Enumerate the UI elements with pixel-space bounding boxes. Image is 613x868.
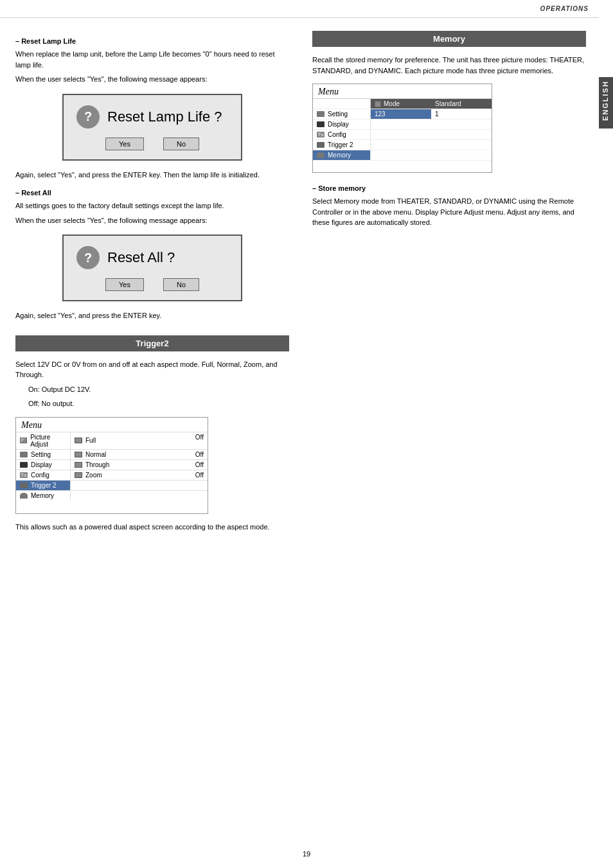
memory-left-trigger2: Trigger 2 [313,140,371,150]
trigger2-left-display: Display [16,460,71,470]
trigger2-onoff: On: Output DC 12V. Off: No output. [28,384,289,409]
full-icon [75,438,82,443]
page-number: 19 [303,850,310,858]
trigger2-zoom-item: Zoom [71,470,191,480]
dialog-reset-lamp: ? Reset Lamp Life ? Yes No [62,94,242,161]
memory-memory-icon [317,152,324,158]
trigger2-through-item: Through [71,460,191,470]
trigger2-after: This allows such as a powered dual aspec… [15,522,289,533]
memory-left-setting: Setting [313,109,371,119]
trigger2-menu-row-4: Trigger 2 [16,480,208,490]
trigger2-right-zoom: Zoom Off [71,470,208,480]
no-button-2[interactable]: No [163,278,199,291]
header-decoration [533,0,585,18]
trigger-icon [20,483,28,488]
store-memory-section: – Store memory Select Memory mode from T… [312,184,586,228]
trigger2-menu-row-1: Setting Normal Off [16,449,208,459]
reset-all-after: Again, select "Yes", and press the ENTER… [15,310,289,321]
store-memory-heading: – Store memory [312,184,586,192]
trigger2-left-picture-adjust: Picture Adjust [16,432,71,449]
reset-all-heading: – Reset All [15,189,289,197]
store-memory-para: Select Memory mode from THEATER, STANDAR… [312,196,586,228]
trigger2-normal-value: Off [191,450,208,459]
memory-menu-header-cols: Mode Standard [371,99,492,109]
memory-display-icon [317,121,324,127]
trigger2-left-config: Tx Config [16,470,71,480]
page: OPERATIONS ENGLISH – Reset Lamp Life Whe… [0,0,613,868]
memory-menu-title: Menu [313,84,492,99]
memory-menu-row-setting: Setting 123 1 [313,109,492,120]
dialog-reset-all-buttons: Yes No [76,278,228,291]
trigger2-left-setting: Setting [16,450,71,459]
trigger2-menu: Menu Picture Adjust Full Off [15,417,208,514]
trigger2-menu-spacer [16,500,208,513]
yes-button[interactable]: Yes [105,137,144,150]
dialog-reset-lamp-buttons: Yes No [76,137,228,150]
trigger2-section: Trigger2 Select 12V DC or 0V from on and… [15,335,289,533]
memory-menu-header-row: Mode Standard [313,99,492,109]
reset-lamp-section: – Reset Lamp Life When replace the lamp … [15,37,289,180]
memory-menu-row-memory: Memory [313,150,492,161]
memory-menu-row-trigger2: Trigger 2 [313,140,492,150]
left-column: – Reset Lamp Life When replace the lamp … [0,18,302,868]
dialog-reset-all: ? Reset All ? Yes No [62,235,242,301]
memory-para: Recall the stored memory for preference.… [312,55,586,76]
memory-section: Memory Recall the stored memory for pref… [312,31,586,228]
trigger2-right-full: Full Off [71,432,208,449]
trigger2-zoom-value: Off [191,470,208,480]
reset-lamp-para1: When replace the lamp unit, before the L… [15,49,289,70]
english-tab: ENGLISH [599,77,613,128]
display-icon [20,462,28,468]
yes-button-2[interactable]: Yes [105,278,144,291]
trigger2-menu-row-2: Display Through Off [16,459,208,470]
no-button[interactable]: No [163,137,199,150]
trigger2-right-normal: Normal Off [71,450,208,459]
mode-icon [375,101,381,107]
trigger2-through-value: Off [191,460,208,470]
trigger2-normal-item: Normal [71,450,191,459]
question-icon: ? [76,105,100,128]
trigger2-left-trigger2: Trigger 2 [16,481,71,490]
memory-col-mode: Mode [371,99,431,109]
reset-lamp-after: Again, select "Yes", and press the ENTER… [15,170,289,181]
header-bar: OPERATIONS [0,0,599,18]
trigger2-menu-row-5: Memory [16,490,208,500]
through-icon [75,462,82,468]
reset-all-para2: When the user selects "Yes", the followi… [15,215,289,226]
main-content: – Reset Lamp Life When replace the lamp … [0,18,599,868]
memory-config-icon: Tx [317,132,324,137]
dialog-reset-lamp-title: ? Reset Lamp Life ? [76,105,228,128]
memory-left-memory: Memory [313,150,371,160]
trigger2-right-through: Through Off [71,460,208,470]
trigger2-full-item: Full [71,432,191,449]
memory-trigger-icon [317,142,324,148]
reset-all-section: – Reset All All settings goes to the fac… [15,189,289,321]
memory-menu-row-config: Tx Config [313,130,492,140]
memory-menu: Menu Mode Standard [312,84,492,173]
memory-icon [20,493,28,499]
trigger2-para1: Select 12V DC or 0V from on and off at e… [15,359,289,380]
memory-col-standard: Standard [431,99,492,109]
memory-left-display: Display [313,120,371,129]
reset-lamp-heading: – Reset Lamp Life [15,37,289,45]
dialog-reset-all-title: ? Reset All ? [76,246,228,269]
reset-all-para1: All settings goes to the factory default… [15,200,289,211]
trigger2-section-header: Trigger2 [15,335,289,351]
config-icon: Tx [20,472,28,478]
memory-setting-standard-cell: 1 [431,109,492,119]
memory-menu-row-display: Display [313,120,492,130]
trigger2-left-memory: Memory [16,491,71,500]
right-column: Memory Recall the stored memory for pref… [302,18,599,868]
trigger2-full-value: Off [191,432,208,449]
reset-lamp-para2: When the user selects "Yes", the followi… [15,74,289,85]
picture-adjust-icon [20,438,27,443]
question-icon-2: ? [76,246,100,269]
trigger2-menu-row-0: Picture Adjust Full Off [16,432,208,449]
memory-menu-spacer [313,161,492,172]
trigger2-menu-row-3: Tx Config Zoom Off [16,470,208,480]
memory-setting-mode-cell: 123 [371,109,431,119]
memory-setting-right: 123 1 [371,109,492,119]
setting-icon [20,452,28,457]
memory-menu-header-blank [313,99,371,109]
trigger2-menu-title: Menu [16,418,208,432]
